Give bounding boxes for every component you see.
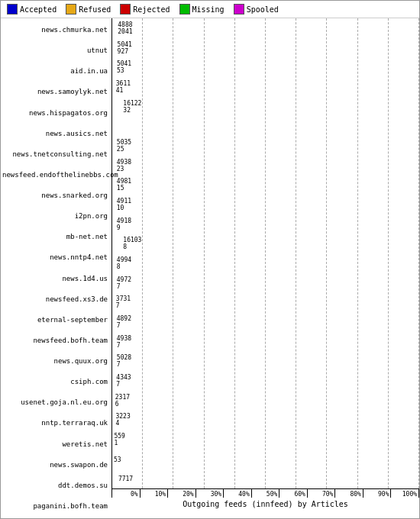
bar-value-label: 16122 32	[123, 100, 141, 114]
y-labels: news.chmurka.netutnutaid.in.uanews.samoy…	[1, 18, 111, 518]
bar-row: 4892 7	[112, 312, 419, 332]
bar-value-label: 3731 7	[116, 295, 131, 309]
legend-color-box	[234, 4, 244, 15]
legend: AcceptedRefusedRejectedMissingSpooled	[1, 1, 419, 18]
y-label: news.snarked.org	[2, 192, 110, 199]
chart-container: AcceptedRefusedRejectedMissingSpooled ne…	[0, 0, 420, 519]
y-label: news.chmurka.net	[2, 27, 110, 34]
bar-row: 7717	[112, 469, 419, 488]
bar-row: 5028 7	[112, 351, 419, 371]
y-label: mb-net.net	[2, 234, 110, 240]
legend-color-box	[66, 4, 76, 15]
legend-label: Missing	[192, 5, 225, 14]
y-label: eternal-september	[2, 317, 110, 324]
y-label: utnut	[2, 47, 110, 54]
legend-item: Missing	[179, 4, 225, 15]
x-axis: 0%10%20%30%40%50%60%70%80%90%100% Outgoi…	[111, 489, 419, 518]
legend-item: Spooled	[234, 4, 279, 15]
bar-row: 3731 7	[112, 292, 419, 312]
bar-value-label: 5035 25	[117, 139, 131, 153]
y-label: news.quux.org	[2, 358, 110, 365]
bar-row: 2317 6	[112, 391, 419, 411]
legend-item: Rejected	[120, 4, 170, 15]
legend-item: Accepted	[7, 4, 57, 15]
bar-value-label: 4911 10	[117, 198, 131, 211]
bar-value-label: 4918 9	[117, 218, 131, 231]
x-tick: 100%	[391, 489, 419, 498]
bar-row: 5041 927	[112, 38, 419, 58]
bar-row: 3223 4	[112, 410, 419, 430]
bar-value-label: 559 1	[114, 433, 124, 446]
bar-value-label: 4938 23	[117, 159, 131, 172]
y-label: newsfeed.endofthelinebbs.com	[2, 172, 110, 179]
bar-row: 5041 53	[112, 57, 419, 77]
y-label: usenet.goja.nl.eu.org	[2, 399, 110, 406]
bar-value-label: 5041 53	[117, 60, 131, 74]
bar-value-label: 2317 6	[115, 394, 130, 408]
bar-row: 4888 2041	[112, 18, 419, 38]
bar-row: 559 1	[112, 430, 419, 450]
legend-label: Refused	[79, 5, 111, 14]
bar-row: 5035 25	[112, 136, 419, 156]
y-label: news.swapon.de	[2, 462, 110, 469]
bar-row: 16103 8	[112, 234, 419, 253]
bar-value-label: 7717	[118, 475, 133, 482]
legend-color-box	[120, 4, 131, 15]
x-tick: 50%	[252, 489, 280, 498]
bar-row: 3611 41	[112, 77, 419, 97]
bar-row: 525425 27	[112, 116, 419, 136]
bar-row: 4918 9	[112, 214, 419, 234]
bar-value-label: 3223 4	[115, 413, 130, 427]
bar-value-label: 53	[114, 456, 121, 463]
bar-row: 4938 23	[112, 156, 419, 176]
x-tick: 60%	[279, 489, 308, 498]
bar-row: 4911 10	[112, 195, 419, 214]
y-label: paganini.bofh.team	[2, 503, 110, 510]
bar-value-label: 4972 7	[117, 276, 131, 290]
bar-value-label: 4343 7	[116, 374, 131, 388]
x-tick: 20%	[168, 489, 196, 498]
x-tick: 30%	[196, 489, 225, 498]
y-label: weretis.net	[2, 441, 110, 448]
legend-label: Accepted	[20, 5, 57, 14]
bar-row: 4981 15	[112, 175, 419, 195]
y-label: csiph.com	[2, 379, 110, 385]
bar-value-label: 5028 7	[117, 354, 131, 368]
bars-area: 4888 20415041 9275041 533611 4116122 325…	[111, 18, 419, 489]
y-label: aid.in.ua	[2, 68, 110, 75]
legend-label: Spooled	[247, 5, 279, 14]
bar-value-label: 4888 2041	[118, 21, 132, 35]
legend-label: Rejected	[133, 5, 170, 14]
y-label: newsfeed.bofh.team	[2, 337, 110, 344]
x-tick: 10%	[141, 489, 169, 498]
bar-value-label: 4892 7	[117, 315, 131, 329]
bar-value-label: 3611 41	[116, 80, 131, 94]
bar-value-label: 4994 8	[117, 256, 131, 270]
bar-row: 16122 32	[112, 97, 419, 117]
y-label: news.samoylyk.net	[2, 89, 110, 95]
x-tick: 80%	[335, 489, 363, 498]
legend-item: Refused	[66, 4, 111, 15]
y-label: news.hispagatos.org	[2, 110, 110, 117]
y-label: news.1d4.us	[2, 276, 110, 282]
x-axis-title: Outgoing feeds (innfeed) by Articles	[111, 500, 419, 508]
x-tick: 0%	[112, 489, 141, 498]
y-label: i2pn.org	[2, 213, 110, 220]
bar-value-label: 4938 7	[117, 335, 131, 349]
bar-value-label: 5041 927	[118, 41, 132, 55]
y-label: news.ausics.net	[2, 131, 110, 137]
x-tick: 90%	[363, 489, 392, 498]
bar-value-label: 16103 8	[123, 237, 141, 250]
y-label: newsfeed.xs3.de	[2, 296, 110, 303]
bar-rows: 4888 20415041 9275041 533611 4116122 325…	[112, 18, 419, 488]
bar-row: 4938 7	[112, 332, 419, 352]
y-label: news.tnetconsulting.net	[2, 151, 110, 158]
legend-color-box	[179, 4, 190, 15]
y-label: ddt.demos.su	[2, 482, 110, 489]
legend-color-box	[7, 4, 18, 15]
y-label: news.nntp4.net	[2, 254, 110, 261]
bar-row: 4343 7	[112, 371, 419, 391]
bar-row: 4994 8	[112, 253, 419, 273]
bar-row: 53	[112, 450, 419, 469]
x-tick: 40%	[224, 489, 252, 498]
